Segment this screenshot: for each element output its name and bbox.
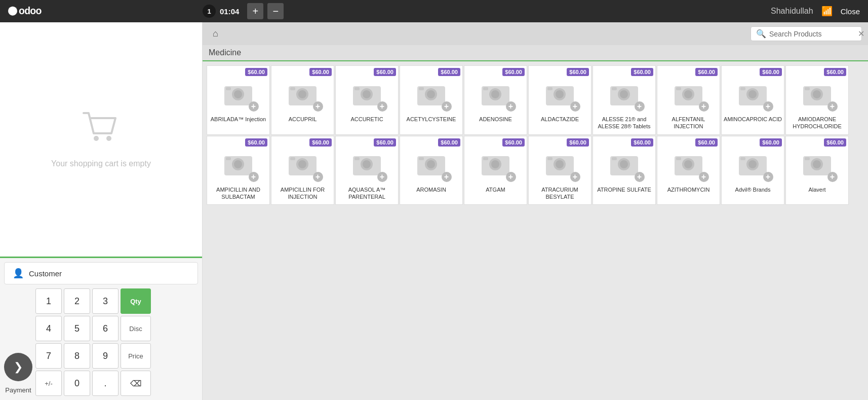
svg-rect-23: [483, 87, 488, 90]
product-card[interactable]: $60.00 + ADENOSINE: [464, 65, 527, 135]
cart-area: Your shopping cart is empty: [0, 22, 202, 257]
product-name: ACCURETIC: [348, 114, 385, 127]
key-9[interactable]: 9: [92, 343, 119, 369]
product-card[interactable]: $60.00 + AZITHROMYCIN: [657, 136, 720, 205]
svg-point-50: [298, 160, 306, 168]
add-product-icon: +: [827, 172, 838, 182]
key-8[interactable]: 8: [64, 343, 90, 369]
category-label: Medicine: [209, 48, 241, 57]
product-card[interactable]: $60.00 + ACCURETIC: [335, 65, 399, 135]
product-card[interactable]: $60.00 + ACCUPRIL: [271, 65, 334, 135]
price-badge: $60.00: [438, 68, 460, 76]
svg-point-58: [427, 160, 435, 168]
product-card[interactable]: $60.00 + ABRILADA™ Injection: [207, 65, 270, 135]
product-card[interactable]: $60.00 + ALDACTAZIDE: [528, 65, 591, 135]
key-4[interactable]: 4: [35, 316, 62, 341]
close-button[interactable]: Close: [841, 7, 860, 16]
add-product-icon: +: [635, 101, 645, 112]
svg-rect-75: [676, 157, 681, 160]
product-card[interactable]: $60.00 + AMPICILLIN FOR INJECTION: [271, 136, 334, 205]
product-card[interactable]: $60.00 + ATRACURIUM BESYLATE: [528, 136, 591, 205]
key-3[interactable]: 3: [92, 288, 119, 314]
product-image: +: [668, 147, 709, 182]
mode-disc[interactable]: Disc: [121, 316, 151, 341]
svg-rect-67: [547, 157, 553, 160]
svg-rect-39: [740, 87, 745, 90]
product-name: ALESSE 21® and ALESSE 28® Tablets: [593, 114, 655, 134]
svg-rect-31: [612, 87, 617, 90]
product-image: +: [347, 76, 387, 112]
home-icon: ⌂: [213, 28, 218, 39]
product-card[interactable]: $60.00 + ALFENTANIL INJECTION: [657, 65, 720, 135]
minus-session-button[interactable]: −: [267, 3, 284, 19]
svg-point-10: [298, 90, 306, 98]
key-plusminus[interactable]: +/-: [35, 371, 62, 396]
home-button[interactable]: ⌂: [209, 26, 222, 41]
price-badge: $60.00: [695, 68, 718, 76]
price-badge: $60.00: [824, 68, 846, 76]
key-2[interactable]: 2: [64, 288, 90, 314]
product-image: +: [733, 147, 773, 182]
product-card[interactable]: $60.00 + AMINOCAPROIC ACID: [721, 65, 784, 135]
svg-point-18: [427, 90, 435, 98]
svg-rect-7: [226, 87, 231, 90]
payment-button[interactable]: ❯: [4, 353, 32, 381]
left-panel: Your shopping cart is empty 👤 Customer ❯…: [0, 22, 203, 400]
product-card[interactable]: $60.00 + ACETYLCYSTEINE: [400, 65, 463, 135]
price-badge: $60.00: [374, 138, 396, 147]
customer-label: Customer: [29, 269, 62, 278]
mode-price[interactable]: Price: [121, 343, 151, 369]
price-badge: $60.00: [502, 68, 525, 76]
wifi-icon: 📶: [821, 6, 833, 17]
product-card[interactable]: $60.00 + ATGAM: [464, 136, 527, 205]
svg-rect-15: [354, 87, 360, 90]
key-6[interactable]: 6: [92, 316, 119, 341]
mode-qty[interactable]: Qty: [121, 288, 151, 314]
price-badge: $60.00: [695, 138, 718, 147]
numpad-area: 👤 Customer ❯ Payment 1 2 3: [0, 257, 202, 400]
svg-rect-55: [354, 157, 360, 160]
key-5[interactable]: 5: [64, 316, 90, 341]
product-name: ALFENTANIL INJECTION: [657, 114, 720, 134]
svg-rect-71: [612, 157, 617, 160]
svg-rect-19: [419, 87, 424, 90]
product-card[interactable]: $60.00 + ATROPINE SULFATE: [593, 136, 656, 205]
customer-button[interactable]: 👤 Customer: [4, 262, 198, 284]
top-right-area: Shahidullah 📶 Close: [771, 6, 868, 17]
key-0[interactable]: 0: [64, 371, 90, 396]
session-area: 1 01:04 + −: [203, 3, 284, 19]
product-name: AMPICILLIN FOR INJECTION: [271, 184, 334, 205]
product-card[interactable]: $60.00 + Advil® Brands: [721, 136, 784, 205]
product-card[interactable]: $60.00 + AQUASOL A™ PARENTERAL: [335, 136, 399, 205]
product-name: ACETYLCYSTEINE: [405, 114, 458, 127]
product-name: Advil® Brands: [733, 184, 773, 197]
svg-rect-63: [483, 157, 488, 160]
product-card[interactable]: $60.00 + AROMASIN: [400, 136, 463, 205]
add-product-icon: +: [249, 172, 259, 182]
svg-point-26: [556, 90, 564, 98]
product-card[interactable]: $60.00 + AMIODARONE HYDROCHLORIDE: [785, 65, 849, 135]
add-product-icon: +: [377, 101, 387, 112]
top-bar: odoo 1 01:04 + − Shahidullah 📶 Close: [0, 0, 868, 22]
key-7[interactable]: 7: [35, 343, 62, 369]
product-name: AMIODARONE HYDROCHLORIDE: [786, 114, 848, 134]
search-input[interactable]: [769, 30, 858, 38]
product-card[interactable]: $60.00 + ALESSE 21® and ALESSE 28® Table…: [593, 65, 656, 135]
add-session-button[interactable]: +: [247, 3, 263, 19]
payment-section: ❯ Payment: [4, 292, 32, 396]
backspace-key[interactable]: ⌫: [121, 371, 151, 396]
key-dot[interactable]: .: [92, 371, 119, 396]
odoo-logo: odoo: [0, 4, 203, 19]
add-product-icon: +: [313, 101, 323, 112]
right-top-bar: ⌂ 🔍 ✕: [203, 22, 868, 45]
key-1[interactable]: 1: [35, 288, 62, 314]
product-name: AMINOCAPROIC ACID: [722, 114, 784, 127]
product-name: ABRILADA™ Injection: [209, 114, 268, 127]
session-number: 1: [203, 5, 216, 18]
product-card[interactable]: $60.00 + AMPICILLIN AND SULBACTAM: [207, 136, 270, 205]
right-panel: ⌂ 🔍 ✕ Medicine $60.00 + ABRILADA™ In: [203, 22, 868, 400]
product-image: +: [604, 147, 645, 182]
product-image: +: [668, 76, 709, 112]
search-clear-icon[interactable]: ✕: [858, 29, 864, 39]
product-card[interactable]: $60.00 + Alavert: [785, 136, 849, 205]
